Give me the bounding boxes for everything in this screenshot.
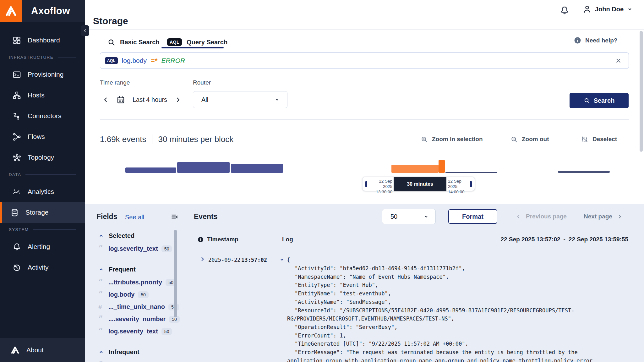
results-section: Fields See all Selected”log.severity_tex… [85,204,644,362]
sidebar-item-analytics[interactable]: Analytics [0,181,85,202]
field-item[interactable]: ”log.severity_text50 [94,325,177,337]
zoom-out-button[interactable]: Zoom out [510,133,549,145]
fields-section-header[interactable]: Selected [94,229,177,243]
sidebar-item-provisioning[interactable]: Provisioning [0,64,85,85]
zoom-in-selection-button[interactable]: Zoom in selection [421,133,483,145]
axoflow-logo [0,0,22,22]
sidebar-item-label: Dashboard [28,36,60,44]
tab-query-search-label: Query Search [187,39,227,46]
field-item[interactable]: ”....severity_number50 [94,313,177,325]
next-page-button[interactable]: Next page [584,211,622,222]
deselect-button[interactable]: Deselect [581,133,617,145]
sidebar-item-storage[interactable]: Storage [0,202,85,223]
field-item[interactable]: ”log.body50 [94,288,177,301]
selection-start-time: 13:30:00 [368,189,392,195]
sidebar-collapse-button[interactable] [81,25,89,36]
field-label: ....severity_number [108,315,166,323]
sidebar-item-connectors[interactable]: Connectors [0,106,85,126]
sidebar-item-label: Alerting [28,243,50,250]
sidebar-item-activity[interactable]: Activity [0,257,85,278]
sidebar-section-data: DATA [0,168,85,181]
page-size-select[interactable]: 50 [382,209,436,224]
sidebar-item-about[interactable]: About [0,338,85,362]
page-scrollbar[interactable] [640,31,643,152]
sidebar-section-label: DATA [9,172,21,177]
collapse-json-icon[interactable] [279,257,285,263]
collapse-fields-panel-icon[interactable] [171,213,178,221]
previous-page-button[interactable]: Previous page [516,211,567,222]
field-count-badge: 50 [161,328,172,335]
sidebar-item-alerting[interactable]: Alerting [0,236,85,257]
field-item[interactable]: ”log.severity_text50 [94,243,177,255]
sidebar-section-system: SYSTEM [0,223,85,236]
selection-duration[interactable]: 30 minutes [394,177,446,191]
field-item[interactable]: #..._time_unix_nano50 [94,301,177,313]
see-all-link[interactable]: See all [125,214,144,221]
database-icon [10,208,19,217]
sidebar-item-label: Storage [25,209,49,216]
search-icon [584,97,590,104]
json-line: "ResourceId": "/SUBSCRIPTIONS/55E41B2F-0… [287,306,638,315]
sidebar-item-flows[interactable]: Flows [0,126,85,147]
zoom-out-icon [510,136,518,143]
fields-scrollbar[interactable] [174,230,177,317]
notifications-bell-icon[interactable] [560,6,569,15]
sidebar: Axoflow DashboardINFRASTRUCTUREProvision… [0,0,85,362]
histogram-bar-events[interactable] [231,164,283,173]
search-button-label: Search [594,97,615,104]
sidebar-item-topology[interactable]: Topology [0,147,85,168]
user-menu[interactable]: John Doe [582,4,633,14]
tab-basic-search[interactable]: Basic Search [107,35,160,49]
json-line: "EntityType": "Event Hub", [287,281,638,289]
time-range-prev-icon[interactable] [102,96,109,103]
selection-right-handle[interactable] [470,181,472,187]
fields-section-header[interactable]: Infrequent [94,345,177,359]
sidebar-item-dashboard[interactable]: Dashboard [0,30,85,51]
quote-icon: ” [98,318,108,321]
need-help-link[interactable]: Need help? [574,36,617,44]
json-line: "ErrorCount": 1, [287,332,638,340]
chevron-up-icon [98,266,104,272]
time-range-value[interactable]: Last 4 hours [133,96,167,103]
field-count-badge: 50 [138,291,149,298]
query-input[interactable]: AQL log.body =* ERROR [100,52,629,69]
sidebar-item-hosts[interactable]: Hosts [0,85,85,106]
sidebar-item-label: Analytics [28,188,54,195]
fields-section-header[interactable]: Frequent [94,262,177,276]
histogram-bar-selected[interactable] [391,165,439,173]
time-range-next-icon[interactable] [175,96,181,103]
time-range-label: Time range [100,79,130,86]
field-item[interactable]: ”...ttributes.priority50 [94,359,177,362]
format-button[interactable]: Format [448,209,497,224]
router-select[interactable]: All [193,91,287,108]
events-time-range: 22 Sep 2025 13:57:02 - 22 Sep 2025 13:59… [500,234,628,244]
selection-start-date: 22 Sep 2025 [368,178,392,189]
log-column-label: Log [282,236,293,243]
histogram-bar-events[interactable] [177,162,230,173]
page-size-value: 50 [390,213,397,220]
aql-badge: AQL [167,38,182,46]
fields-section-frequent: Frequent”...ttributes.priority50”log.bod… [94,262,177,337]
query-operator-token: =* [151,57,157,64]
deselect-icon [581,136,588,143]
histogram-bar-selected_peak[interactable] [439,160,445,173]
summary-divider [152,134,152,144]
expand-row-icon[interactable] [199,256,205,262]
zoom-in-icon [421,136,428,143]
histogram-bar-baseline[interactable] [445,172,497,173]
zoom-out-label: Zoom out [522,136,549,143]
histogram-bar-events[interactable] [125,167,176,173]
histogram-bar-low[interactable] [558,171,610,173]
chevron-left-icon [83,29,87,33]
field-item[interactable]: ”...ttributes.priority50 [94,276,177,288]
query-value-token: ERROR [161,57,185,64]
terminal-icon [13,70,21,79]
hierarchy-icon [13,91,21,100]
sidebar-section-infrastructure: INFRASTRUCTURE [0,51,85,64]
selection-left-handle[interactable] [365,181,367,187]
json-line: "TimeGenerated [UTC]": "9/22/2025 11:57:… [287,340,638,348]
search-button[interactable]: Search [570,93,629,108]
section-rule [25,174,76,175]
next-page-label: Next page [584,213,612,220]
clear-query-icon[interactable] [615,58,622,64]
